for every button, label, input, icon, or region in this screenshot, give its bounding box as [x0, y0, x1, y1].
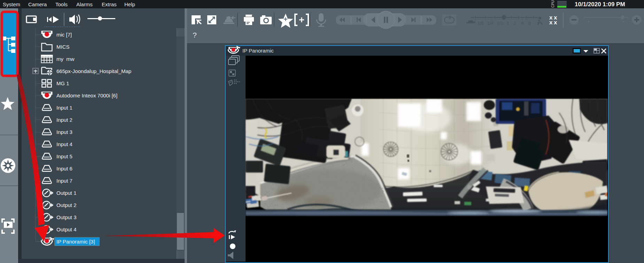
svg-text:Input 4: Input 4 [56, 141, 72, 147]
svg-text:mic [7]: mic [7] [56, 32, 72, 38]
svg-text:?: ? [193, 31, 197, 39]
svg-text:Output 2: Output 2 [56, 202, 77, 208]
svg-text:1/8: 1/8 [478, 21, 484, 26]
svg-text:x: x [549, 19, 553, 26]
svg-text:x: x [554, 19, 557, 26]
svg-text:CPU: CPU [551, 0, 555, 8]
svg-text:Input 6: Input 6 [56, 166, 72, 172]
svg-text:Autodome Inteox 7000i [6]: Autodome Inteox 7000i [6] [56, 93, 117, 98]
svg-text:1/2: 1/2 [497, 21, 503, 26]
svg-text:8: 8 [528, 21, 531, 26]
svg-text:Output 1: Output 1 [56, 190, 77, 196]
svg-text:MG 1: MG 1 [56, 80, 69, 86]
svg-text:1/4: 1/4 [487, 21, 494, 26]
svg-text:my mw: my mw [56, 56, 75, 62]
svg-text:Output 3: Output 3 [56, 214, 77, 220]
svg-text:Input 2: Input 2 [56, 117, 72, 123]
svg-text:665px-Joondalup_Hospital_Map: 665px-Joondalup_Hospital_Map [56, 68, 131, 74]
svg-text:1: 1 [506, 21, 509, 26]
svg-text:Output 4: Output 4 [56, 226, 77, 232]
svg-text:Input 1: Input 1 [56, 105, 72, 111]
svg-text:Input 3: Input 3 [56, 129, 72, 135]
svg-text:IP Panoramic [3]: IP Panoramic [3] [56, 239, 95, 245]
svg-text:MICS: MICS [56, 44, 70, 50]
svg-text:4: 4 [521, 21, 523, 26]
svg-text:2: 2 [513, 21, 516, 26]
svg-text:Input 5: Input 5 [56, 153, 72, 159]
svg-text:Input 7: Input 7 [56, 178, 72, 184]
